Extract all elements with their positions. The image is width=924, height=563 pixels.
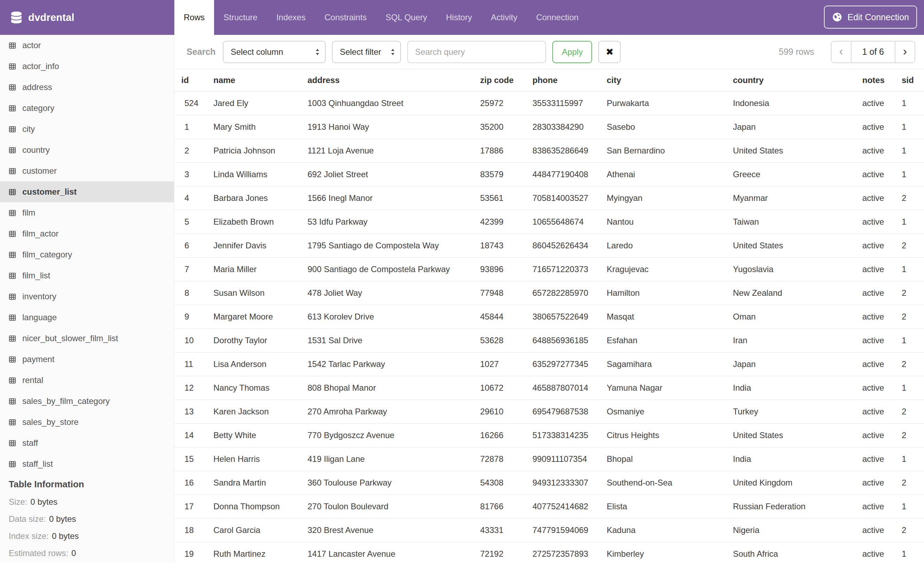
cell-phone: 448477190408 [525, 162, 600, 186]
cell-country: New Zealand [726, 281, 855, 305]
cell-city: Athenai [600, 162, 726, 186]
column-header[interactable]: notes [855, 69, 895, 92]
cell-notes: active [855, 518, 895, 542]
column-header[interactable]: phone [525, 69, 600, 92]
sidebar-item-table[interactable]: address [0, 77, 174, 98]
table-row[interactable]: 13 Karen Jackson 270 Amroha Parkway 2961… [174, 400, 924, 423]
table-row[interactable]: 12 Nancy Thomas 808 Bhopal Manor 10672 4… [174, 376, 924, 400]
cell-name: Sandra Martin [206, 471, 300, 495]
cell-country: Nigeria [726, 518, 855, 542]
table-row[interactable]: 16 Sandra Martin 360 Toulouse Parkway 54… [174, 471, 924, 495]
header-tab[interactable]: History [436, 0, 482, 35]
sidebar-item-label: category [22, 103, 54, 113]
select-column-dropdown[interactable]: Select column [223, 41, 326, 63]
cell-zip-code: 45844 [473, 305, 525, 329]
column-header[interactable]: country [726, 69, 855, 92]
column-header[interactable]: sid [895, 69, 924, 92]
table-info-value: 0 bytes [30, 497, 57, 507]
table-row[interactable]: 3 Linda Williams 692 Joliet Street 83579… [174, 162, 924, 186]
table-row[interactable]: 14 Betty White 770 Bydgoszcz Avenue 1626… [174, 423, 924, 447]
sidebar-item-table[interactable]: category [0, 98, 174, 119]
cell-city: Sasebo [600, 115, 726, 139]
cell-name: Jared Ely [206, 92, 300, 115]
sidebar-item-table[interactable]: sales_by_store [0, 411, 174, 432]
cell-notes: active [855, 305, 895, 329]
sidebar-item-table[interactable]: payment [0, 349, 174, 370]
table-row[interactable]: 2 Patricia Johnson 1121 Loja Avenue 1788… [174, 139, 924, 162]
table-row[interactable]: 15 Helen Harris 419 Iligan Lane 72878 99… [174, 447, 924, 471]
sidebar-item-table[interactable]: staff_list [0, 453, 174, 474]
sidebar-item-table[interactable]: film [0, 202, 174, 223]
cell-city: Kragujevac [600, 257, 726, 281]
table-info-value: 0 bytes [52, 531, 79, 541]
cell-city: Kimberley [600, 542, 726, 563]
cell-sid: 2 [895, 305, 924, 329]
sidebar-item-table[interactable]: inventory [0, 286, 174, 307]
cell-name: Ruth Martinez [206, 542, 300, 563]
cell-name: Linda Williams [206, 162, 300, 186]
cell-country: India [726, 376, 855, 400]
cell-city: Citrus Heights [600, 423, 726, 447]
sidebar-item-table[interactable]: country [0, 140, 174, 161]
cell-phone: 657282285970 [525, 281, 600, 305]
cell-address: 270 Amroha Parkway [300, 400, 473, 423]
table-row[interactable]: 1 Mary Smith 1913 Hanoi Way 35200 283033… [174, 115, 924, 139]
table-row[interactable]: 10 Dorothy Taylor 1531 Sal Drive 53628 6… [174, 329, 924, 352]
sidebar-item-table[interactable]: city [0, 119, 174, 140]
edit-connection-button[interactable]: Edit Connection [824, 6, 917, 29]
table-info-label: Estimated rows: [9, 548, 68, 558]
column-header[interactable]: address [300, 69, 473, 92]
sidebar-item-table[interactable]: customer [0, 161, 174, 182]
next-page-button[interactable]: › [896, 42, 915, 62]
sidebar-item-table[interactable]: film_list [0, 265, 174, 286]
header-tab[interactable]: Connection [527, 0, 588, 35]
cell-country: India [726, 447, 855, 471]
sidebar-item-table[interactable]: staff [0, 432, 174, 453]
sidebar-item-table[interactable]: film_category [0, 244, 174, 265]
select-filter-dropdown[interactable]: Select filter [332, 41, 401, 63]
sidebar-item-table[interactable]: sales_by_film_category [0, 391, 174, 411]
sidebar-item-table[interactable]: language [0, 307, 174, 328]
column-header[interactable]: name [206, 69, 300, 92]
table-row[interactable]: 9 Margaret Moore 613 Korolev Drive 45844… [174, 305, 924, 329]
table-row[interactable]: 18 Carol Garcia 320 Brest Avenue 43331 7… [174, 518, 924, 542]
table-row[interactable]: 11 Lisa Anderson 1542 Tarlac Parkway 102… [174, 352, 924, 376]
sidebar-item-table[interactable]: actor [0, 35, 174, 56]
table-row[interactable]: 4 Barbara Jones 1566 Inegl Manor 53561 7… [174, 186, 924, 210]
header-tabs: RowsStructureIndexesConstraintsSQL Query… [174, 0, 588, 35]
header-tab[interactable]: Activity [482, 0, 527, 35]
sidebar-item-label: inventory [22, 291, 56, 302]
sidebar-item-table[interactable]: film_actor [0, 223, 174, 244]
table-row[interactable]: 5 Elizabeth Brown 53 Idfu Parkway 42399 … [174, 210, 924, 234]
cell-sid: 1 [895, 257, 924, 281]
header-tab[interactable]: Constraints [315, 0, 376, 35]
table-row[interactable]: 8 Susan Wilson 478 Joliet Way 77948 6572… [174, 281, 924, 305]
table-row[interactable]: 6 Jennifer Davis 1795 Santiago de Compos… [174, 234, 924, 257]
column-header[interactable]: zip code [473, 69, 525, 92]
sidebar-item-label: actor_info [22, 62, 59, 71]
column-header[interactable]: city [600, 69, 726, 92]
previous-page-button[interactable]: ‹ [832, 42, 851, 62]
sidebar-item-table[interactable]: rental [0, 370, 174, 391]
cell-phone: 517338314235 [525, 423, 600, 447]
sidebar-item-table[interactable]: customer_list [0, 182, 174, 202]
search-query-input[interactable] [407, 41, 546, 63]
table-row[interactable]: 19 Ruth Martinez 1417 Lancaster Avenue 7… [174, 542, 924, 563]
sidebar: actor actor_info [0, 35, 174, 563]
sidebar-item-table[interactable]: actor_info [0, 56, 174, 77]
table-row[interactable]: 524 Jared Ely 1003 Qinhuangdao Street 25… [174, 92, 924, 115]
apply-button[interactable]: Apply [552, 41, 592, 63]
cell-address: 613 Korolev Drive [300, 305, 473, 329]
header-tab[interactable]: Structure [214, 0, 267, 35]
cell-sid: 2 [895, 400, 924, 423]
header-tab[interactable]: SQL Query [376, 0, 436, 35]
header-tab[interactable]: Rows [174, 0, 214, 35]
column-header[interactable]: id [174, 69, 206, 92]
header-tab[interactable]: Indexes [267, 0, 315, 35]
cell-country: Turkey [726, 400, 855, 423]
clear-search-button[interactable]: ✖ [598, 41, 621, 63]
table-row[interactable]: 17 Donna Thompson 270 Toulon Boulevard 8… [174, 495, 924, 518]
cell-country: Myanmar [726, 186, 855, 210]
sidebar-item-table[interactable]: nicer_but_slower_film_list [0, 328, 174, 349]
table-row[interactable]: 7 Maria Miller 900 Santiago de Compostel… [174, 257, 924, 281]
